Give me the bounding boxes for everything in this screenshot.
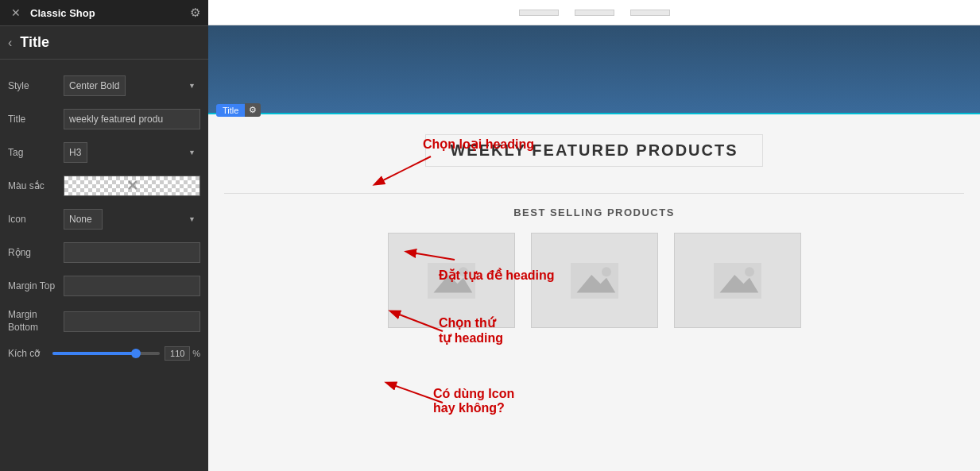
tag-select[interactable]: H1 H2 H3 H4 H5 H6 xyxy=(64,142,87,163)
style-label: Style xyxy=(8,80,64,91)
size-value-input[interactable] xyxy=(165,346,190,361)
svg-point-8 xyxy=(745,267,754,276)
topbar-btn-2[interactable] xyxy=(575,10,614,16)
width-input[interactable] xyxy=(64,242,200,263)
size-unit: % xyxy=(192,349,200,358)
margin-top-label: Margin Top xyxy=(8,280,64,291)
margin-bottom-field-row: MarginBottom xyxy=(0,304,208,338)
title-badge[interactable]: Title xyxy=(216,104,245,117)
featured-heading: WEEKLY FEATURED PRODUCTS xyxy=(425,134,762,167)
color-clear-icon: ✕ xyxy=(126,177,138,195)
size-slider-fill xyxy=(52,352,133,355)
icon-select[interactable]: None Star Heart Check xyxy=(64,209,103,230)
fields-area: Style Center Bold Left Right Center Titl… xyxy=(0,60,208,471)
tag-field-row: Tag H1 H2 H3 H4 H5 H6 xyxy=(0,137,208,168)
product-placeholder-icon xyxy=(428,263,475,299)
topbar-btn-3[interactable] xyxy=(630,10,670,16)
tag-select-wrapper: H1 H2 H3 H4 H5 H6 xyxy=(64,142,200,163)
width-label: Rộng xyxy=(8,247,64,258)
panel-title: Classic Shop xyxy=(30,7,95,19)
product-card xyxy=(388,233,515,328)
icon-select-wrapper: None Star Heart Check xyxy=(64,209,200,230)
topbar-btn-1[interactable] xyxy=(519,10,559,16)
back-title-row: ‹ Title xyxy=(0,26,208,60)
panel-section-title: Title xyxy=(20,34,49,51)
panel-header-left: ✕ Classic Shop xyxy=(8,5,95,21)
product-grid xyxy=(208,225,980,336)
top-bar xyxy=(208,0,980,25)
hero-section xyxy=(208,25,980,113)
size-field-row: Kích cỡ % xyxy=(0,342,208,365)
svg-line-12 xyxy=(387,383,443,403)
product-card xyxy=(531,233,658,328)
svg-point-2 xyxy=(459,267,468,276)
title-field-label: Title xyxy=(8,114,64,125)
gear-icon[interactable]: ⚙ xyxy=(190,6,200,20)
style-select[interactable]: Center Bold Left Right Center xyxy=(64,75,126,96)
product-placeholder-icon xyxy=(714,263,761,299)
margin-bottom-label: MarginBottom xyxy=(8,309,64,334)
width-field-row: Rộng xyxy=(0,237,208,268)
style-field-row: Style Center Bold Left Right Center xyxy=(0,71,208,101)
color-field-row: Màu sắc ✕ xyxy=(0,171,208,201)
size-slider-thumb[interactable] xyxy=(131,349,141,358)
tag-label: Tag xyxy=(8,147,64,158)
size-slider-track[interactable] xyxy=(52,352,160,355)
color-label: Màu sắc xyxy=(8,180,64,191)
icon-label: Icon xyxy=(8,214,64,225)
panel-header: ✕ Classic Shop ⚙ xyxy=(0,0,208,26)
content-area: Title ⚙ WEEKLY FEATURED PRODUCTS BEST SE… xyxy=(208,113,980,471)
title-settings-icon[interactable]: ⚙ xyxy=(245,103,261,117)
product-placeholder-icon xyxy=(571,263,618,299)
title-input[interactable] xyxy=(64,109,200,129)
section-separator xyxy=(224,193,964,194)
close-button[interactable]: ✕ xyxy=(8,5,24,21)
title-field-row: Title xyxy=(0,104,208,134)
selling-label: BEST SELLING PRODUCTS xyxy=(208,200,980,225)
title-widget-container: Title ⚙ WEEKLY FEATURED PRODUCTS xyxy=(208,113,980,187)
annotation-icon-choice: Có dùng Iconhay không? xyxy=(433,387,514,415)
icon-field-row: Icon None Star Heart Check xyxy=(0,204,208,234)
margin-top-input[interactable] xyxy=(64,276,200,296)
margin-bottom-input[interactable] xyxy=(64,311,200,332)
product-card xyxy=(674,233,801,328)
left-panel: ✕ Classic Shop ⚙ ‹ Title Style Center Bo… xyxy=(0,0,208,471)
right-panel: Title ⚙ WEEKLY FEATURED PRODUCTS BEST SE… xyxy=(208,0,980,471)
back-arrow[interactable]: ‹ xyxy=(8,36,12,50)
margin-top-field-row: Margin Top xyxy=(0,271,208,301)
style-select-wrapper: Center Bold Left Right Center xyxy=(64,75,200,96)
size-label: Kích cỡ xyxy=(8,348,48,359)
color-swatch[interactable]: ✕ xyxy=(64,176,200,196)
title-widget-bar: Title ⚙ xyxy=(216,103,261,117)
svg-point-5 xyxy=(602,267,611,276)
